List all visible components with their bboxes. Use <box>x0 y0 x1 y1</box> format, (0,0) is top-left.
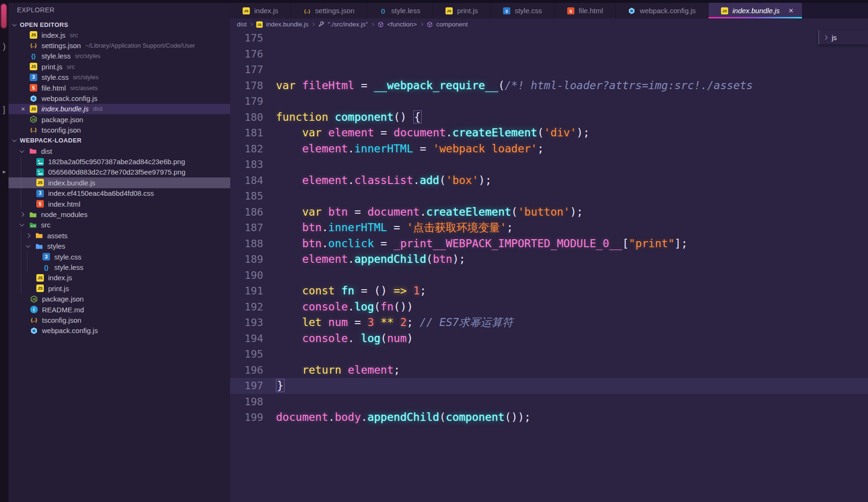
tab-webpack.config.js[interactable]: webpack.config.js <box>616 3 708 18</box>
code-line-177[interactable]: 177 <box>230 62 868 78</box>
tree-item-src[interactable]: </>src <box>8 220 230 230</box>
code-line-196[interactable]: 196 return element; <box>230 362 868 378</box>
token <box>407 284 413 297</box>
tree-item-package.json[interactable]: JSpackage.json <box>8 294 230 304</box>
tab-index.bundle.js[interactable]: JSindex.bundle.js× <box>709 3 802 18</box>
code-line-191[interactable]: 191 const fn = () => 1; <box>230 283 868 299</box>
code-line-184[interactable]: 184 element.classList.add('box'); <box>230 173 868 189</box>
code-line-190[interactable]: 190 <box>230 268 868 284</box>
explorer-sidebar: EXPLORER OPEN EDITORS JSindex.jssrc{..}s… <box>8 0 230 502</box>
tab-print.js[interactable]: JSprint.js <box>433 3 491 18</box>
tree-item-182ba2a0f5c9507387abe2ad84c23e6b.png[interactable]: 182ba2a0f5c9507387abe2ad84c23e6b.png <box>8 156 230 167</box>
tab-close-icon[interactable]: × <box>789 6 793 16</box>
code-line-197[interactable]: 197} <box>230 378 868 394</box>
open-editor-package.json[interactable]: JSpackage.json <box>8 114 230 125</box>
code-line-194[interactable]: 194 console. log(num) <box>230 331 868 347</box>
token <box>407 111 413 123</box>
breadcrumb-item[interactable]: "./src/index.js" <box>317 21 368 28</box>
code-line-175[interactable]: 175 <box>230 30 868 46</box>
code-line-180[interactable]: 180function component() { <box>230 109 868 126</box>
code-line-192[interactable]: 192 console.log(fn()) <box>230 299 868 315</box>
open-editor-style.css[interactable]: 3style.csssrc/styles <box>8 72 230 83</box>
breadcrumb-item[interactable]: dist <box>237 21 247 28</box>
svg-text:</>: </> <box>31 224 36 227</box>
tree-item-node_modules[interactable]: node_modules <box>8 209 230 219</box>
code-line-188[interactable]: 188 btn.onclick = _print__WEBPACK_IMPORT… <box>230 236 868 252</box>
tree-item-tsconfig.json[interactable]: {..}tsconfig.json <box>8 315 230 325</box>
token: // ES7求幂运算符 <box>420 316 513 328</box>
html-icon: 5 <box>567 7 574 14</box>
tree-item-style.css[interactable]: 3style.css <box>8 251 230 262</box>
token: var <box>302 206 322 218</box>
open-editor-file.html[interactable]: 5file.htmlsrc/assets <box>8 83 230 93</box>
css-icon: 3 <box>36 190 44 197</box>
token: onclick <box>328 237 374 250</box>
code-line-199[interactable]: 199document.body.appendChild(component()… <box>230 410 868 426</box>
js-icon: JS <box>30 105 37 113</box>
tree-item-webpack.config.js[interactable]: webpack.config.js <box>8 326 230 336</box>
file-label: assets <box>47 232 67 240</box>
code-line-176[interactable]: 176 <box>230 46 868 62</box>
code-editor[interactable]: 175176177178var fileHtml = __webpack_req… <box>230 30 868 502</box>
token <box>322 316 328 328</box>
breadcrumb-label: dist <box>237 21 247 28</box>
breadcrumb-item[interactable]: JSindex.bundle.js <box>256 21 309 28</box>
open-editor-style.less[interactable]: {}style.lesssrc/styles <box>8 51 230 61</box>
split-editor-breadcrumb[interactable]: js <box>818 30 868 44</box>
code-line-183[interactable]: 183 <box>230 157 868 173</box>
line-number: 197 <box>230 378 263 394</box>
token <box>367 284 374 297</box>
tree-item-assets[interactable]: assets <box>8 230 230 241</box>
open-editor-print.js[interactable]: JSprint.jssrc <box>8 61 230 72</box>
tree-item-index.bundle.js[interactable]: JSindex.bundle.js <box>8 177 230 188</box>
activity-icon-fragment: ] <box>3 105 5 115</box>
file-label: style.less <box>54 263 83 271</box>
open-editor-index.bundle.js[interactable]: ×JSindex.bundle.jsdist <box>8 104 230 114</box>
file-label: settings.json <box>42 42 81 50</box>
tree-item-index.html[interactable]: 5index.html <box>8 199 230 209</box>
close-icon[interactable]: × <box>20 105 26 113</box>
tab-settings.json[interactable]: {..}settings.json <box>291 3 367 18</box>
code-line-178[interactable]: 178var fileHtml = __webpack_require__(/*… <box>230 78 868 94</box>
token <box>276 332 302 344</box>
tab-index.js[interactable]: JSindex.js <box>230 3 291 18</box>
open-editor-settings.json[interactable]: {..}settings.json~/Library/Application S… <box>8 40 230 50</box>
token: "print" <box>629 237 675 250</box>
token: ( <box>426 253 433 265</box>
open-editors-header[interactable]: OPEN EDITORS <box>8 19 230 30</box>
token: document <box>367 206 420 218</box>
code-line-189[interactable]: 189 element.appendChild(btn); <box>230 251 868 268</box>
code-line-198[interactable]: 198 <box>230 394 868 410</box>
tab-style.css[interactable]: 3style.css <box>491 3 555 18</box>
code-line-187[interactable]: 187 btn.innerHTML = '点击获取环境变量'; <box>230 220 868 236</box>
tree-item-0565680d883d2c278e70d23f5ee97975.png[interactable]: 0565680d883d2c278e70d23f5ee97975.png <box>8 167 230 177</box>
open-editor-index.js[interactable]: JSindex.jssrc <box>8 30 230 40</box>
tree-item-index.js[interactable]: JSindex.js <box>8 273 230 283</box>
code-line-193[interactable]: 193 let num = 3 ** 2; // ES7求幂运算符 <box>230 315 868 331</box>
code-line-195[interactable]: 195 <box>230 346 868 362</box>
code-line-179[interactable]: 179 <box>230 93 868 109</box>
tree-item-style.less[interactable]: {}style.less <box>8 262 230 272</box>
code-line-185[interactable]: 185 <box>230 188 868 204</box>
token <box>354 79 361 92</box>
tab-file.html[interactable]: 5file.html <box>555 3 616 18</box>
project-header[interactable]: WEBPACK-LOADER <box>8 135 230 145</box>
tree-item-README.md[interactable]: iREADME.md <box>8 304 230 315</box>
breadcrumb-item[interactable]: <function> <box>377 21 417 28</box>
tree-item-dist[interactable]: dist <box>8 146 230 156</box>
chevron-down-icon <box>12 22 17 26</box>
breadcrumb-item[interactable]: component <box>426 21 468 28</box>
code-line-181[interactable]: 181 var element = document.createElement… <box>230 125 868 141</box>
tree-item-styles[interactable]: styles <box>8 241 230 251</box>
activity-bar[interactable]: ) ] ▸ <box>0 0 8 502</box>
open-editor-webpack.config.js[interactable]: webpack.config.js <box>8 93 230 103</box>
tab-style.less[interactable]: {}style.less <box>367 3 433 18</box>
code-line-186[interactable]: 186 var btn = document.createElement('bu… <box>230 204 868 220</box>
token <box>354 332 361 344</box>
token: ; <box>407 316 413 328</box>
code-line-182[interactable]: 182 element.innerHTML = 'webpack loader'… <box>230 141 868 157</box>
open-editor-tsconfig.json[interactable]: {..}tsconfig.json <box>8 125 230 135</box>
indent-guide <box>21 156 21 209</box>
tree-item-print.js[interactable]: JSprint.js <box>8 283 230 293</box>
tree-item-index.ef4150eac4ba6bd4fd08.css[interactable]: 3index.ef4150eac4ba6bd4fd08.css <box>8 188 230 199</box>
